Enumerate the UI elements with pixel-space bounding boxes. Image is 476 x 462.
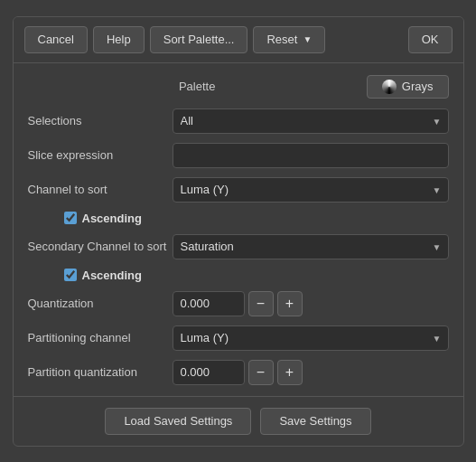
selections-select[interactable]: All Selected Unselected	[173, 108, 449, 134]
ascending2-checkbox[interactable]	[64, 269, 77, 281]
palette-icon	[382, 80, 397, 94]
palette-label: Palette	[28, 80, 367, 93]
partition-minus-button[interactable]: −	[248, 360, 274, 385]
channel-to-sort-select-wrapper: Luma (Y) Red Green Blue Hue Saturation V…	[173, 177, 449, 203]
quantization-row: Quantization − +	[28, 291, 449, 316]
partition-quantization-input[interactable]	[173, 360, 245, 385]
quantization-label: Quantization	[28, 297, 173, 310]
reset-label: Reset	[266, 33, 297, 46]
cancel-button[interactable]: Cancel	[24, 26, 88, 53]
sort-palette-button[interactable]: Sort Palette...	[150, 26, 248, 53]
quantization-plus-button[interactable]: +	[277, 291, 303, 316]
channel-to-sort-row: Channel to sort Luma (Y) Red Green Blue …	[28, 177, 449, 203]
toolbar: Cancel Help Sort Palette... Reset ▼ OK	[14, 17, 463, 63]
selections-select-wrapper: All Selected Unselected	[173, 108, 449, 134]
footer: Load Saved Settings Save Settings	[14, 397, 463, 446]
secondary-channel-label: Secondary Channel to sort	[28, 240, 173, 253]
secondary-channel-row: Secondary Channel to sort Saturation Lum…	[28, 234, 449, 259]
ascending2-label: Ascending	[82, 269, 142, 282]
ascending1-label: Ascending	[82, 212, 142, 225]
channel-to-sort-select[interactable]: Luma (Y) Red Green Blue Hue Saturation V…	[173, 177, 449, 203]
content: Palette Grays Selections All Selected Un…	[14, 63, 463, 396]
load-saved-settings-button[interactable]: Load Saved Settings	[105, 408, 251, 435]
partition-quantization-label: Partition quantization	[28, 365, 173, 379]
chevron-down-icon: ▼	[303, 34, 312, 44]
palette-value: Grays	[402, 80, 434, 93]
partition-quantization-number-row: − +	[173, 360, 303, 385]
partition-plus-button[interactable]: +	[277, 360, 303, 385]
channel-to-sort-label: Channel to sort	[28, 183, 173, 196]
save-settings-button[interactable]: Save Settings	[260, 408, 370, 435]
partitioning-channel-select-wrapper: Luma (Y) Red Green Blue Hue Saturation V…	[173, 325, 449, 351]
slice-expression-input[interactable]	[173, 143, 449, 168]
quantization-input[interactable]	[173, 291, 245, 316]
selections-label: Selections	[28, 114, 173, 127]
partitioning-channel-select[interactable]: Luma (Y) Red Green Blue Hue Saturation V…	[173, 325, 449, 351]
secondary-channel-select[interactable]: Saturation Luma (Y) Red Green Blue Hue V…	[173, 234, 449, 259]
partitioning-channel-label: Partitioning channel	[28, 331, 173, 344]
ascending2-row: Ascending	[28, 269, 449, 282]
partition-quantization-row: Partition quantization − +	[28, 360, 449, 385]
ascending1-row: Ascending	[28, 212, 449, 225]
slice-expression-row: Slice expression	[28, 143, 449, 168]
dialog: Cancel Help Sort Palette... Reset ▼ OK P…	[13, 16, 464, 447]
partitioning-channel-row: Partitioning channel Luma (Y) Red Green …	[28, 325, 449, 351]
selections-row: Selections All Selected Unselected	[28, 108, 449, 134]
secondary-channel-select-wrapper: Saturation Luma (Y) Red Green Blue Hue V…	[173, 234, 449, 259]
help-button[interactable]: Help	[93, 26, 145, 53]
quantization-minus-button[interactable]: −	[248, 291, 274, 316]
palette-row: Palette Grays	[28, 74, 449, 99]
ascending1-checkbox[interactable]	[64, 212, 77, 224]
quantization-number-row: − +	[173, 291, 303, 316]
slice-expression-label: Slice expression	[28, 148, 173, 162]
palette-button[interactable]: Grays	[367, 75, 449, 99]
ok-button[interactable]: OK	[408, 26, 453, 53]
reset-button[interactable]: Reset ▼	[253, 26, 325, 53]
